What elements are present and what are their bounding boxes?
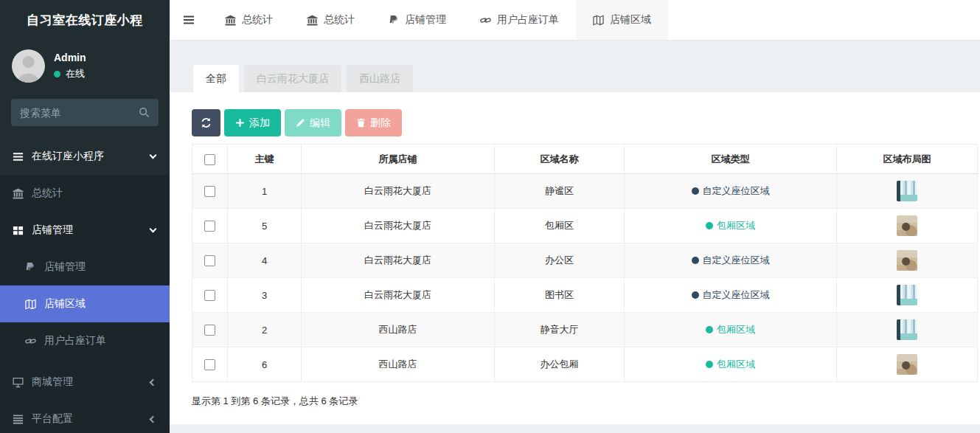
row-checkbox[interactable] bbox=[204, 325, 215, 336]
select-all-checkbox[interactable] bbox=[204, 154, 215, 165]
type-label: 自定义座位区域 bbox=[703, 254, 770, 267]
row-checkbox[interactable] bbox=[204, 221, 215, 232]
sidebar-toggle-icon[interactable] bbox=[170, 0, 208, 40]
area-layout-image[interactable] bbox=[897, 319, 917, 340]
type-label: 自定义座位区域 bbox=[703, 184, 770, 198]
nav-tab-total-stats-1[interactable]: 总统计 bbox=[208, 0, 290, 40]
cell-type: 自定义座位区域 bbox=[625, 174, 837, 209]
nav-tab-label: 店铺管理 bbox=[405, 13, 446, 27]
search-icon[interactable] bbox=[139, 107, 150, 118]
sidebar-item-mini-program[interactable]: 在线订座小程序 bbox=[0, 138, 170, 175]
table-row[interactable]: 1 白云雨花大厦店 静谧区 自定义座位区域 bbox=[192, 174, 978, 209]
app-root: 自习室在线订座小程 Admin 在线 bbox=[0, 0, 980, 433]
sidebar-item-label: 在线订座小程序 bbox=[32, 150, 143, 163]
table-header-row: 主键 所属店铺 区域名称 区域类型 区域布局图 bbox=[192, 145, 978, 174]
nav-tab-label: 店铺区域 bbox=[610, 13, 651, 27]
main-area: 总统计 总统计 店铺管理 用户占座订单 bbox=[170, 0, 980, 433]
sidebar-item-shop-management[interactable]: 店铺管理 bbox=[0, 212, 170, 249]
cell-layout bbox=[837, 313, 978, 347]
row-checkbox[interactable] bbox=[204, 186, 215, 197]
type-label: 包厢区域 bbox=[717, 323, 755, 336]
sidebar-item-mall-management[interactable]: 商城管理 bbox=[0, 364, 170, 401]
column-header-type: 区域类型 bbox=[625, 145, 837, 174]
type-label: 自定义座位区域 bbox=[703, 288, 770, 302]
bank-icon bbox=[225, 15, 236, 26]
row-checkbox[interactable] bbox=[204, 255, 215, 266]
type-dot-icon bbox=[706, 326, 713, 333]
sidebar-item-label: 总统计 bbox=[32, 187, 159, 200]
grid-icon bbox=[11, 225, 24, 236]
nav-tab-shop-area[interactable]: 店铺区域 bbox=[576, 0, 668, 40]
map-icon bbox=[24, 299, 37, 310]
cell-layout bbox=[837, 278, 978, 313]
cell-area: 静音大厅 bbox=[495, 313, 625, 347]
cell-area: 办公区 bbox=[495, 243, 625, 278]
toolbar: 添加 编辑 删除 bbox=[192, 109, 978, 136]
app-title: 自习室在线订座小程 bbox=[0, 0, 170, 41]
delete-button-label: 删除 bbox=[370, 117, 391, 130]
sidebar-item-label: 店铺区域 bbox=[44, 297, 159, 311]
search-input[interactable] bbox=[20, 107, 133, 119]
add-button[interactable]: 添加 bbox=[224, 109, 281, 136]
nav-tab-shop-management[interactable]: 店铺管理 bbox=[372, 0, 463, 40]
plus-icon bbox=[235, 118, 245, 128]
sidebar-item-label: 店铺管理 bbox=[44, 260, 159, 274]
cell-id: 4 bbox=[228, 243, 302, 278]
edit-button[interactable]: 编辑 bbox=[285, 109, 341, 136]
user-status-label: 在线 bbox=[66, 67, 85, 80]
sidebar-item-shop-area[interactable]: 店铺区域 bbox=[0, 285, 170, 322]
type-dot-icon bbox=[692, 187, 699, 195]
avatar bbox=[12, 49, 45, 83]
refresh-button[interactable] bbox=[192, 109, 220, 136]
area-layout-image[interactable] bbox=[897, 215, 917, 236]
table-row[interactable]: 2 西山路店 静音大厅 包厢区域 bbox=[192, 313, 978, 347]
person-icon bbox=[12, 49, 45, 83]
row-checkbox[interactable] bbox=[204, 290, 215, 301]
cell-type: 包厢区域 bbox=[625, 209, 837, 243]
chevron-down-icon bbox=[150, 225, 157, 232]
cell-shop: 白云雨花大厦店 bbox=[302, 174, 495, 209]
area-layout-image[interactable] bbox=[897, 250, 917, 271]
filter-tab-all[interactable]: 全部 bbox=[193, 65, 239, 92]
cell-layout bbox=[837, 174, 978, 209]
map-icon bbox=[593, 15, 604, 26]
table-row[interactable]: 4 白云雨花大厦店 办公区 自定义座位区域 bbox=[192, 243, 978, 278]
area-layout-image[interactable] bbox=[897, 354, 917, 375]
nav-tab-total-stats-2[interactable]: 总统计 bbox=[290, 0, 372, 40]
sidebar-search bbox=[11, 99, 159, 126]
table-row[interactable]: 3 白云雨花大厦店 图书区 自定义座位区域 bbox=[192, 278, 978, 313]
sidebar-item-total-stats[interactable]: 总统计 bbox=[0, 175, 170, 212]
filter-tab-xishan[interactable]: 西山路店 bbox=[347, 65, 413, 92]
cell-id: 6 bbox=[228, 347, 302, 382]
cell-layout bbox=[837, 209, 978, 243]
user-status: 在线 bbox=[54, 67, 86, 80]
cell-area: 静谧区 bbox=[495, 174, 625, 209]
nav-tab-label: 总统计 bbox=[324, 13, 355, 27]
bars-icon bbox=[11, 151, 24, 162]
delete-button[interactable]: 删除 bbox=[345, 109, 402, 136]
table-row[interactable]: 6 西山路店 办公包厢 包厢区域 bbox=[192, 347, 978, 382]
nav-tab-seat-orders[interactable]: 用户占座订单 bbox=[463, 0, 576, 40]
sidebar-item-seat-orders[interactable]: 用户占座订单 bbox=[0, 322, 170, 359]
table-row[interactable]: 5 白云雨花大厦店 包厢区 包厢区域 bbox=[192, 209, 978, 243]
sidebar-item-platform-config[interactable]: 平台配置 bbox=[0, 401, 170, 433]
cell-id: 2 bbox=[228, 313, 302, 347]
type-dot-icon bbox=[706, 222, 713, 229]
row-checkbox[interactable] bbox=[204, 359, 215, 370]
paypal-icon bbox=[24, 262, 37, 272]
filter-tab-baiyun[interactable]: 白云雨花大厦店 bbox=[244, 65, 341, 92]
user-name: Admin bbox=[54, 52, 86, 63]
area-layout-image[interactable] bbox=[897, 181, 917, 201]
pencil-icon bbox=[296, 118, 305, 128]
sidebar: 自习室在线订座小程 Admin 在线 bbox=[0, 0, 170, 426]
sidebar-item-label: 平台配置 bbox=[32, 412, 143, 426]
area-layout-image[interactable] bbox=[897, 285, 917, 305]
cell-type: 包厢区域 bbox=[625, 347, 837, 382]
cell-id: 5 bbox=[228, 209, 302, 243]
cell-shop: 白云雨花大厦店 bbox=[302, 278, 495, 313]
sidebar-item-shop-management-sub[interactable]: 店铺管理 bbox=[0, 249, 170, 285]
shop-filter-tabs: 全部 白云雨花大厦店 西山路店 bbox=[170, 41, 980, 92]
cell-shop: 白云雨花大厦店 bbox=[302, 243, 495, 278]
content-panel: 添加 编辑 删除 bbox=[170, 92, 980, 424]
select-all-cell bbox=[192, 145, 228, 174]
